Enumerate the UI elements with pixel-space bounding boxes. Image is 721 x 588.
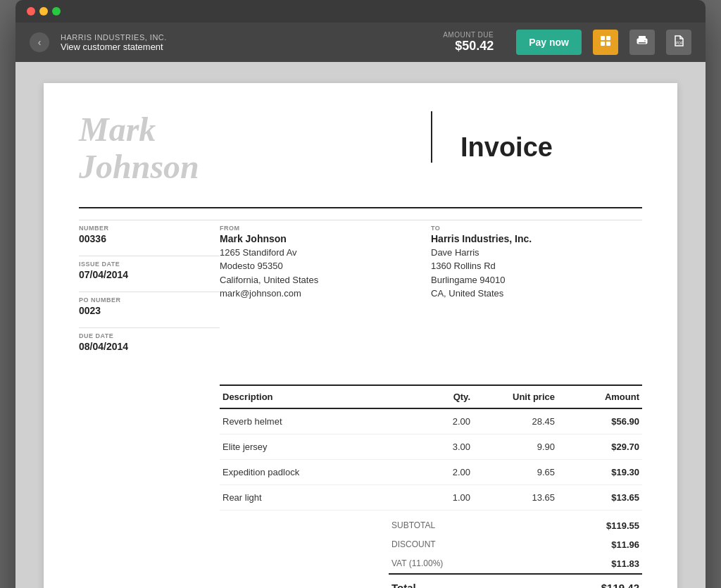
maximize-button[interactable] — [52, 7, 61, 15]
issue-date-value: 07/04/2014 — [79, 269, 220, 280]
item-amount: $29.70 — [558, 434, 642, 459]
pay-now-button[interactable]: Pay now — [516, 30, 582, 55]
discount-row: DISCOUNT $11.96 — [389, 535, 642, 554]
item-qty: 2.00 — [410, 459, 473, 484]
item-unit-price: 9.65 — [473, 459, 558, 484]
traffic-lights — [27, 7, 61, 15]
svg-rect-2 — [601, 42, 605, 46]
business-logo: Mark Johnson — [79, 111, 199, 186]
due-date-label: DUE DATE — [79, 327, 220, 339]
item-amount: $19.30 — [558, 459, 642, 484]
from-name: Mark Johnson — [220, 233, 431, 244]
to-address3: CA, United States — [431, 287, 642, 301]
po-number-value: 0023 — [79, 305, 220, 316]
item-unit-price: 13.65 — [473, 484, 558, 510]
col-description: Description — [220, 385, 410, 408]
discount-value: $11.96 — [532, 535, 642, 554]
from-email: mark@johnson.com — [220, 287, 431, 301]
due-date-field: DUE DATE 08/04/2014 — [79, 327, 220, 352]
total-row: Total $119.42 — [389, 574, 642, 588]
minimize-button[interactable] — [39, 7, 48, 15]
meta-from: FROM Mark Johnson 1265 Standiford Av Mod… — [220, 220, 431, 363]
item-description: Expedition padlock — [220, 459, 410, 484]
total-value: $119.42 — [532, 574, 642, 588]
to-contact: Dave Harris — [431, 246, 642, 260]
from-address1: 1265 Standiford Av — [220, 246, 431, 260]
vat-label: VAT (11.00%) — [389, 554, 532, 574]
invoice-title: Invoice — [460, 118, 553, 162]
col-amount: Amount — [558, 385, 642, 408]
col-unit-price: Unit price — [473, 385, 558, 408]
invoice-header: Mark Johnson Invoice — [79, 111, 642, 186]
invoice-meta: NUMBER 00336 ISSUE DATE 07/04/2014 PO NU… — [79, 207, 642, 363]
svg-rect-0 — [601, 36, 605, 40]
po-number-field: PO NUMBER 0023 — [79, 292, 220, 316]
from-label: FROM — [220, 220, 431, 232]
invoice-paper: Mark Johnson Invoice NUMBER 00336 ISSUE … — [44, 83, 677, 588]
item-qty: 3.00 — [410, 434, 473, 459]
totals-table: SUBTOTAL $119.55 DISCOUNT $11.96 VAT (11… — [389, 516, 642, 588]
print-icon — [637, 35, 648, 49]
item-unit-price: 28.45 — [473, 408, 558, 434]
invoice-number-field: NUMBER 00336 — [79, 220, 220, 244]
svg-rect-3 — [606, 42, 610, 46]
item-description: Rear light — [220, 484, 410, 510]
item-unit-price: 9.90 — [473, 434, 558, 459]
pdf-button[interactable]: PDF — [666, 30, 691, 55]
from-address2: Modesto 95350 — [220, 259, 431, 273]
table-row: Expedition padlock 2.00 9.65 $19.30 — [220, 459, 642, 484]
table-row: Rear light 1.00 13.65 $13.65 — [220, 484, 642, 510]
vat-value: $11.83 — [532, 554, 642, 574]
item-qty: 1.00 — [410, 484, 473, 510]
to-name: Harris Industries, Inc. — [431, 233, 642, 244]
app-window: ‹ HARRIS INDUSTRIES, INC. View customer … — [15, 0, 706, 588]
meta-to: TO Harris Industries, Inc. Dave Harris 1… — [431, 220, 642, 363]
totals-wrapper: SUBTOTAL $119.55 DISCOUNT $11.96 VAT (11… — [220, 511, 642, 588]
col-qty: Qty. — [410, 385, 473, 408]
to-address2: Burlingame 94010 — [431, 273, 642, 287]
close-button[interactable] — [27, 7, 35, 15]
svg-point-9 — [644, 40, 646, 42]
svg-rect-1 — [606, 36, 610, 40]
print-button[interactable] — [629, 30, 655, 55]
vat-row: VAT (11.00%) $11.83 — [389, 554, 642, 574]
meta-left: NUMBER 00336 ISSUE DATE 07/04/2014 PO NU… — [79, 220, 220, 363]
to-label: TO — [431, 220, 642, 232]
table-header-row: Description Qty. Unit price Amount — [220, 385, 642, 408]
totals-section: SUBTOTAL $119.55 DISCOUNT $11.96 VAT (11… — [389, 516, 642, 588]
table-row: Reverb helmet 2.00 28.45 $56.90 — [220, 408, 642, 434]
amount-due-value: $50.42 — [455, 39, 494, 54]
item-description: Elite jersey — [220, 434, 410, 459]
items-section: Description Qty. Unit price Amount Rever… — [220, 384, 642, 588]
to-address1: 1360 Rollins Rd — [431, 259, 642, 273]
po-number-label: PO NUMBER — [79, 292, 220, 304]
toolbar: ‹ HARRIS INDUSTRIES, INC. View customer … — [15, 23, 706, 62]
subtotal-label: SUBTOTAL — [389, 516, 532, 535]
logo-line1: Mark — [79, 111, 156, 148]
back-button[interactable]: ‹ — [30, 32, 49, 52]
issue-date-field: ISSUE DATE 07/04/2014 — [79, 256, 220, 280]
items-table: Description Qty. Unit price Amount Rever… — [220, 384, 642, 511]
title-bar — [15, 0, 706, 23]
from-address3: California, United States — [220, 273, 431, 287]
grid-icon — [600, 35, 611, 49]
view-statement-link[interactable]: View customer statement — [61, 42, 432, 52]
number-label: NUMBER — [79, 220, 220, 232]
amount-due-section: AMOUNT DUE $50.42 — [443, 31, 494, 54]
discount-label: DISCOUNT — [389, 535, 532, 554]
item-amount: $13.65 — [558, 484, 642, 510]
pdf-icon: PDF — [673, 35, 684, 49]
item-description: Reverb helmet — [220, 408, 410, 434]
subtotal-value: $119.55 — [532, 516, 642, 535]
due-date-value: 08/04/2014 — [79, 341, 220, 352]
amount-due-label: AMOUNT DUE — [443, 31, 494, 39]
total-label: Total — [389, 574, 532, 588]
logo-line2: Johnson — [79, 148, 199, 185]
issue-date-label: ISSUE DATE — [79, 256, 220, 268]
svg-text:PDF: PDF — [676, 41, 683, 45]
table-row: Elite jersey 3.00 9.90 $29.70 — [220, 434, 642, 459]
company-name: HARRIS INDUSTRIES, INC. — [61, 33, 432, 42]
item-qty: 2.00 — [410, 408, 473, 434]
grid-view-button[interactable] — [593, 30, 618, 55]
subtotal-row: SUBTOTAL $119.55 — [389, 516, 642, 535]
